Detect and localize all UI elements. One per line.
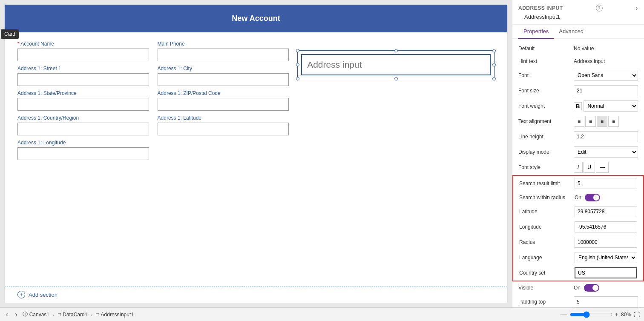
- prop-font-weight: Font weight B Normal Bold Lighter: [512, 98, 644, 114]
- font-weight-row: B Normal Bold Lighter: [574, 100, 638, 112]
- address-city-label: Address 1: City: [158, 66, 289, 72]
- prop-hint-text-value: Address input: [574, 58, 638, 64]
- align-buttons: ≡ ≡ ≡ ≡: [574, 116, 638, 127]
- prop-font-size-input[interactable]: [574, 85, 638, 96]
- prop-radius-input[interactable]: [575, 237, 637, 248]
- resize-handle-top-left[interactable]: [296, 49, 299, 52]
- panel-component-name: AddressInput1: [518, 12, 638, 20]
- resize-handle-bottom-right[interactable]: [492, 77, 496, 80]
- font-weight-bold-icon: B: [574, 102, 582, 110]
- address-lat-field: Address 1: Latitude: [158, 115, 289, 135]
- fullscreen-icon[interactable]: ⛶: [634, 311, 640, 318]
- prop-text-alignment: Text alignment ≡ ≡ ≡ ≡: [512, 114, 644, 129]
- tab-advanced[interactable]: Advanced: [554, 25, 589, 39]
- prop-font-size: Font size: [512, 83, 644, 98]
- address-zip-field: Address 1: ZIP/Postal Code: [158, 90, 289, 111]
- prop-language: Language English (United States): [513, 250, 643, 265]
- prop-search-result-limit: Search result limit: [513, 176, 643, 191]
- prop-line-height-label: Line height: [518, 134, 574, 140]
- tab-properties[interactable]: Properties: [518, 25, 554, 39]
- address-city-input[interactable]: [158, 73, 289, 86]
- prop-default-label: Default: [518, 46, 574, 52]
- prop-latitude-input[interactable]: [575, 206, 637, 217]
- account-name-input[interactable]: [17, 49, 149, 61]
- prop-visible-label: Visible: [518, 285, 574, 291]
- prop-font-select[interactable]: Open Sans: [574, 70, 638, 81]
- address-country-field: Address 1: Country/Region: [17, 115, 149, 135]
- zoom-minus-btn[interactable]: —: [561, 311, 567, 318]
- prop-font-weight-label: Font weight: [518, 103, 574, 109]
- address-street-label: Address 1: Street 1: [17, 66, 149, 72]
- search-within-radius-toggle[interactable]: [585, 194, 600, 201]
- add-section-bar[interactable]: + Add section: [5, 286, 507, 303]
- prop-radius: Radius: [513, 235, 643, 250]
- address-lon-field: Address 1: Longitude: [17, 140, 149, 160]
- visible-toggle-container: On: [574, 284, 599, 292]
- canvas-label: Canvas1: [29, 312, 49, 318]
- prop-longitude-input[interactable]: [575, 221, 637, 232]
- add-section-icon: +: [17, 291, 25, 298]
- form-header: New Account: [5, 5, 507, 32]
- breadcrumb-datacard[interactable]: □ DataCard1: [58, 312, 87, 318]
- breadcrumb-address-input[interactable]: □ AddressInput1: [96, 312, 134, 318]
- zoom-plus-btn[interactable]: +: [615, 311, 618, 318]
- prop-language-label: Language: [519, 255, 575, 261]
- prop-country-set-input[interactable]: [575, 267, 637, 278]
- align-center-btn[interactable]: ≡: [585, 116, 596, 127]
- font-underline-btn[interactable]: U: [584, 162, 595, 173]
- prop-font-label: Font: [518, 72, 574, 78]
- datacard-icon: □: [58, 312, 61, 318]
- address-country-input[interactable]: [17, 123, 149, 135]
- align-left-btn[interactable]: ≡: [574, 116, 584, 127]
- address-input-container[interactable]: [297, 50, 494, 79]
- visible-toggle[interactable]: [584, 284, 599, 292]
- resize-handle-right-mid[interactable]: [492, 63, 496, 66]
- resize-handle-top-right[interactable]: [492, 49, 496, 52]
- main-phone-input[interactable]: [158, 49, 289, 61]
- prop-padding-top-input[interactable]: [574, 296, 638, 307]
- prop-country-set-label: Country set: [519, 270, 575, 276]
- prop-line-height-input[interactable]: [574, 131, 638, 142]
- address-state-input[interactable]: [17, 98, 149, 111]
- chevron-fwd-btn[interactable]: ›: [13, 310, 19, 319]
- panel-content: Default No value Hint text Address input…: [512, 39, 644, 307]
- panel-header: ADDRESS INPUT ? › AddressInput1: [512, 0, 644, 25]
- prop-hint-text-label: Hint text: [518, 58, 574, 64]
- align-right-btn[interactable]: ≡: [597, 116, 607, 127]
- address-input-breadcrumb-label: AddressInput1: [101, 312, 134, 318]
- address-lon-input[interactable]: [17, 147, 149, 160]
- address-country-label: Address 1: Country/Region: [17, 115, 149, 121]
- address-zip-label: Address 1: ZIP/Postal Code: [158, 90, 289, 96]
- prop-radius-label: Radius: [519, 239, 575, 245]
- breadcrumb-sep-2: ›: [91, 312, 92, 318]
- font-strikethrough-btn[interactable]: —: [596, 162, 609, 173]
- prop-visible: Visible On: [512, 281, 644, 294]
- address-street-field: Address 1: Street 1: [17, 66, 149, 86]
- resize-handle-bottom-left[interactable]: [296, 77, 299, 80]
- address-zip-input[interactable]: [158, 98, 289, 111]
- address-input-field[interactable]: [301, 54, 491, 75]
- datacard-label: DataCard1: [63, 312, 87, 318]
- panel-close-icon[interactable]: ›: [635, 4, 638, 12]
- panel-tabs: Properties Advanced: [512, 25, 644, 39]
- breadcrumb-canvas[interactable]: ⓘ Canvas1: [23, 311, 49, 318]
- align-justify-btn[interactable]: ≡: [608, 116, 619, 127]
- font-italic-btn[interactable]: /: [574, 162, 583, 173]
- canvas-icon: ⓘ: [23, 311, 28, 318]
- resize-handle-top-mid[interactable]: [394, 49, 398, 52]
- prop-language-select[interactable]: English (United States): [575, 252, 637, 263]
- prop-country-set: Country set: [513, 265, 643, 281]
- chevron-back-btn[interactable]: ‹: [4, 310, 10, 319]
- info-icon[interactable]: ?: [596, 5, 603, 11]
- resize-handle-bottom-mid[interactable]: [394, 77, 398, 80]
- prop-search-result-limit-input[interactable]: [575, 178, 637, 189]
- font-style-buttons: / U —: [574, 162, 638, 173]
- resize-handle-left-mid[interactable]: [296, 63, 299, 66]
- prop-longitude-label: Longitude: [519, 224, 575, 230]
- font-weight-select[interactable]: Normal Bold Lighter: [584, 100, 638, 112]
- address-state-label: Address 1: State/Province: [17, 90, 149, 96]
- zoom-slider[interactable]: [570, 311, 612, 318]
- address-lat-input[interactable]: [158, 123, 289, 135]
- prop-display-mode-select[interactable]: Edit View Disabled: [574, 146, 638, 158]
- address-street-input[interactable]: [17, 73, 149, 86]
